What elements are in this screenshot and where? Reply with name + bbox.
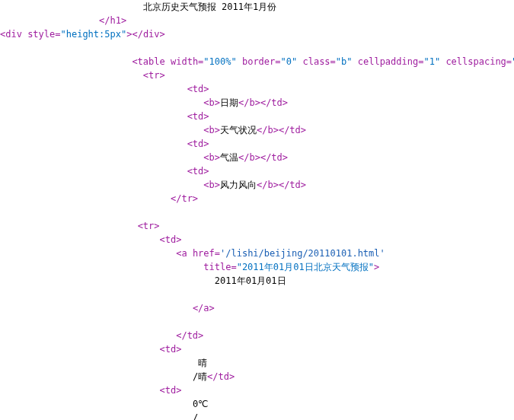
row-weather-day: 晴 <box>198 358 207 368</box>
tr-open: <tr> <box>138 221 160 231</box>
page-title-text: 北京历史天气预报 2011年1月份 <box>143 2 276 12</box>
div-open: <div <box>0 29 22 40</box>
col-wind: 风力风向 <box>220 180 257 190</box>
row-link-title: "2011年01月01日北京天气预报" <box>237 262 374 272</box>
col-date: 日期 <box>220 97 238 108</box>
close-h1-tag: </h1> <box>99 15 126 26</box>
row-date-text: 2011年01月01日 <box>215 275 286 286</box>
html-source-view: 北京历史天气预报 2011年1月份 </h1> <div style="heig… <box>0 0 514 420</box>
tr-open: <tr> <box>143 70 165 81</box>
col-temp: 气温 <box>220 152 238 163</box>
row-weather-night: /晴 <box>193 371 207 382</box>
col-weather: 天气状况 <box>220 125 257 135</box>
row-link-href[interactable]: '/lishi/beijing/20110101.html' <box>220 248 385 259</box>
row-temp-sep: / <box>193 412 198 420</box>
line: 北京历史天气预报 2011年1月份 </h1> <div style="heig… <box>0 2 514 420</box>
row-temp-high: 0℃ <box>193 399 208 409</box>
